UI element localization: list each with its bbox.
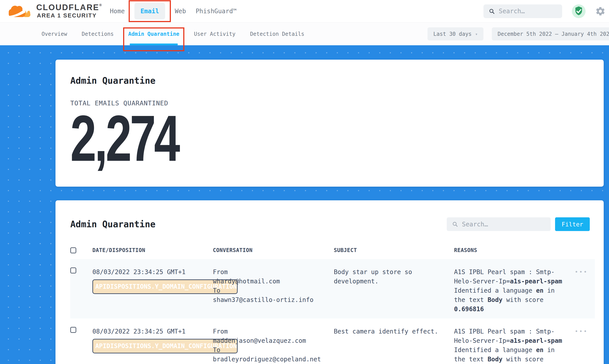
header-actions [483, 4, 606, 19]
period-dropdown[interactable]: Last 30 days ▾ [428, 27, 483, 40]
nav-email[interactable]: Email [135, 3, 165, 19]
brand-trademark: ® [99, 3, 102, 7]
tab-admin-quarantine[interactable]: Admin Quarantine [121, 23, 187, 45]
table-body: 08/03/2022 23:34:25 GMT+1 APIDISPOSITION… [70, 259, 595, 364]
active-tab-underline [130, 43, 178, 45]
table-row: 08/03/2022 23:34:25 GMT+1 APIDISPOSITION… [70, 318, 595, 364]
cell-date-disposition: 08/03/2022 23:34:25 GMT+1 APIDISPOSITION… [92, 327, 213, 353]
table-row: 08/03/2022 23:34:25 GMT+1 APIDISPOSITION… [70, 259, 595, 318]
row-checkbox[interactable] [70, 267, 76, 273]
tab-user-activity[interactable]: User Activity [187, 23, 243, 45]
date-controls: Last 30 days ▾ December 5th 2022 — Janua… [428, 23, 609, 45]
column-header-subject: SUBJECT [334, 247, 454, 253]
row-actions-ellipsis-icon[interactable]: ••• [575, 267, 588, 277]
nav-web[interactable]: Web [175, 8, 186, 15]
primary-nav: Home Email Web PhishGuard™ [110, 3, 237, 19]
to-label: To [213, 286, 334, 295]
tab-overview[interactable]: Overview [34, 23, 74, 45]
gear-icon[interactable] [595, 6, 606, 16]
tab-user-activity-label: User Activity [194, 31, 235, 37]
table-card-title: Admin Quarantine [70, 219, 155, 229]
summary-card: Admin Quarantine TOTAL EMAILS QUARANTINE… [55, 60, 604, 187]
top-header: CLOUDFLARE® AREA 1 SECURITY Home Email W… [0, 0, 609, 23]
email-section-tabs: Overview Detections Admin Quarantine Use… [0, 23, 609, 45]
table-header-row: DATE/DISPOSITION CONVERSATION SUBJECT RE… [70, 247, 595, 259]
tab-detection-details-label: Detection Details [250, 31, 304, 37]
table-search-input[interactable] [462, 221, 545, 228]
column-header-conversation: CONVERSATION [213, 247, 334, 253]
tab-detections[interactable]: Detections [74, 23, 121, 45]
security-shield-check-icon[interactable] [571, 4, 586, 19]
row-checkbox[interactable] [70, 327, 76, 333]
cell-reasons: A1S IPBL Pearl spam : Smtp-Helo-Server-I… [454, 267, 566, 314]
nav-home[interactable]: Home [110, 8, 125, 15]
cloudflare-cloud-icon [7, 4, 33, 19]
period-dropdown-label: Last 30 days [433, 31, 472, 37]
tab-detection-details[interactable]: Detection Details [243, 23, 312, 45]
global-search[interactable] [483, 4, 562, 18]
cell-conversation: From maddenjason@velazquez.com To bradle… [213, 327, 334, 364]
cloudflare-logo: CLOUDFLARE® AREA 1 SECURITY [7, 3, 102, 19]
cell-date-disposition: 08/03/2022 23:34:25 GMT+1 APIDISPOSITION… [92, 267, 213, 294]
to-address: shawn37@castillo-ortiz.info [213, 295, 334, 305]
page-background: Admin Quarantine TOTAL EMAILS QUARANTINE… [0, 45, 609, 364]
cell-subject: Body star up store so development. [334, 267, 446, 286]
tab-admin-quarantine-label: Admin Quarantine [128, 31, 179, 37]
search-icon [452, 221, 458, 228]
global-search-input[interactable] [499, 8, 557, 15]
brand-subtitle: AREA 1 SECURITY [36, 12, 102, 19]
quarantine-table-card: Admin Quarantine Filter DATE/DISPOSITION… [55, 200, 604, 364]
cell-reasons: A1S IPBL Pearl spam : Smtp-Helo-Server-I… [454, 327, 566, 364]
row-date: 08/03/2022 23:34:25 GMT+1 [92, 327, 213, 336]
from-address: whardy@hotmail.com [213, 277, 334, 286]
cell-subject: Best camera identify effect. [334, 327, 446, 336]
brand-wordmark: CLOUDFLARE [36, 3, 99, 12]
date-range-text: December 5th 2022 — January 4th 2023 [498, 31, 609, 37]
brand-name: CLOUDFLARE® [36, 3, 102, 12]
row-actions-ellipsis-icon[interactable]: ••• [575, 327, 588, 336]
from-address: maddenjason@velazquez.com [213, 336, 334, 345]
row-date: 08/03/2022 23:34:25 GMT+1 [92, 267, 213, 277]
chevron-down-icon: ▾ [475, 32, 478, 37]
summary-card-title: Admin Quarantine [70, 76, 590, 86]
cell-conversation: From whardy@hotmail.com To shawn37@casti… [213, 267, 334, 305]
from-label: From [213, 267, 334, 277]
nav-phishguard[interactable]: PhishGuard™ [196, 8, 237, 15]
filter-button[interactable]: Filter [555, 217, 590, 231]
search-icon [489, 8, 495, 15]
date-range-display[interactable]: December 5th 2022 — January 4th 2023 [492, 27, 609, 40]
table-search[interactable] [447, 217, 551, 231]
select-all-checkbox[interactable] [70, 247, 76, 253]
to-address: bradleyrodriguez@copeland.net [213, 355, 334, 364]
column-header-date-disposition: DATE/DISPOSITION [92, 247, 213, 253]
from-label: From [213, 327, 334, 336]
tab-detections-label: Detections [82, 31, 114, 37]
table-toolbar: Admin Quarantine Filter [70, 217, 595, 231]
to-label: To [213, 345, 334, 355]
metric-value: 2,274 [70, 112, 590, 165]
tab-overview-label: Overview [41, 31, 67, 37]
column-header-reasons: REASONS [454, 247, 575, 253]
